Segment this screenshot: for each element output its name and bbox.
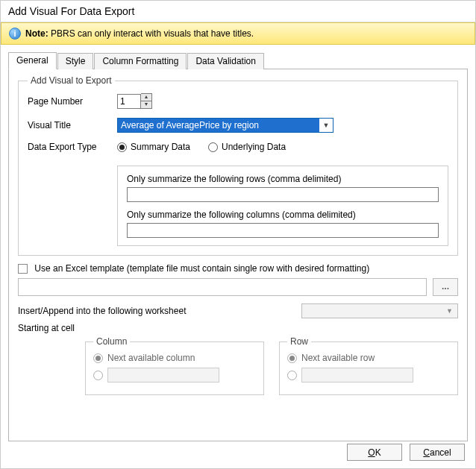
tab-column-formatting[interactable]: Column Formatting [94,53,187,69]
summarize-cols-input[interactable] [127,223,439,238]
radio-next-column[interactable]: Next available column [93,353,256,363]
radio-custom-column[interactable] [93,368,256,383]
column-group: Column Next available column [85,336,264,395]
visual-title-label: Visual Title [28,120,117,130]
starting-at-cell-label: Starting at cell [18,323,458,333]
dialog-button-bar: OK Cancel [347,444,465,461]
summarize-rows-label: Only summarize the following rows (comma… [127,174,439,184]
tab-general[interactable]: General [8,52,57,69]
page-number-label: Page Number [28,96,117,107]
summarize-box: Only summarize the following rows (comma… [117,166,448,246]
page-number-input[interactable] [117,94,141,109]
page-number-down-icon[interactable]: ▼ [141,101,151,109]
note-text: PBRS can only interact with visuals that… [48,28,254,39]
excel-template-path[interactable] [18,278,427,296]
export-type-label: Data Export Type [28,142,117,152]
row-group: Row Next available row [279,336,458,395]
radio-custom-row[interactable] [287,368,450,383]
radio-summary-data[interactable]: Summary Data [117,142,190,152]
note-prefix: Note: [25,28,48,39]
chevron-down-icon[interactable]: ▼ [319,122,333,129]
radio-next-row[interactable]: Next available row [287,353,450,363]
browse-button[interactable]: ... [433,278,458,296]
chevron-down-icon[interactable]: ▼ [442,307,457,315]
ok-button[interactable]: OK [347,444,402,461]
dialog-title: Add Visual For Data Export [1,1,475,22]
summarize-rows-input[interactable] [127,187,439,202]
tab-style[interactable]: Style [57,53,94,69]
custom-column-input[interactable] [107,368,219,383]
custom-row-input[interactable] [301,368,413,383]
excel-template-checkbox[interactable] [18,264,28,274]
tab-strip: General Style Column Formatting Data Val… [8,52,468,69]
cancel-button[interactable]: Cancel [410,444,465,461]
page-number-up-icon[interactable]: ▲ [141,94,151,101]
radio-underlying-data[interactable]: Underlying Data [208,142,286,152]
group-legend: Add Visual to Export [28,75,115,86]
worksheet-select[interactable]: ▼ [301,303,458,318]
add-visual-group: Add Visual to Export Page Number ▲ ▼ Vis… [18,75,458,256]
note-bar: i Note: PBRS can only interact with visu… [1,22,475,45]
tab-data-validation[interactable]: Data Validation [187,53,264,69]
visual-title-select[interactable]: Average of AveragePrice by region ▼ [117,118,333,133]
excel-template-label: Use an Excel template (template file mus… [34,263,369,274]
visual-title-value: Average of AveragePrice by region [118,119,319,132]
summarize-cols-label: Only summarize the following columns (co… [127,210,439,220]
info-icon: i [9,28,21,40]
tab-body: Add Visual to Export Page Number ▲ ▼ Vis… [8,69,468,441]
worksheet-label: Insert/Append into the following workshe… [18,306,294,316]
